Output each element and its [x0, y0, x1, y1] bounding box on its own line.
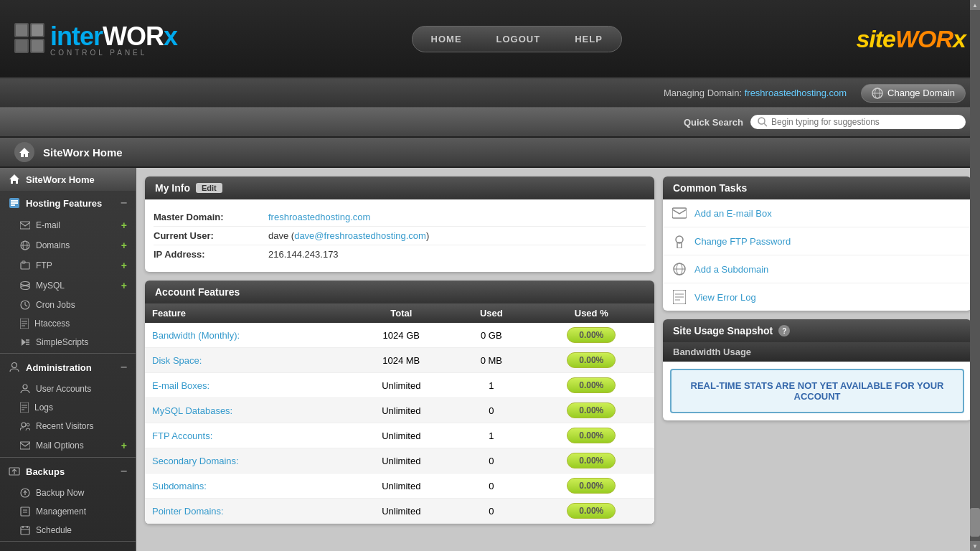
- current-user-email-link[interactable]: dave@freshroastedhosting.com: [294, 230, 426, 241]
- task-item[interactable]: Add a Subdomain: [663, 255, 971, 283]
- task-link-0[interactable]: Add an E-mail Box: [694, 208, 772, 219]
- feature-name[interactable]: MySQL Databases:: [145, 398, 348, 423]
- sidebar-cron-label: Cron Jobs: [36, 300, 75, 310]
- simplescripts-icon: [20, 337, 30, 347]
- help-nav-button[interactable]: HELP: [557, 28, 620, 50]
- sidebar-item-backup-now[interactable]: Backup Now: [0, 484, 136, 502]
- feature-name[interactable]: Pointer Domains:: [145, 499, 348, 524]
- account-features-header: Account Features: [145, 281, 654, 303]
- sidebar-item-htaccess[interactable]: Htaccess: [0, 314, 136, 333]
- feature-name[interactable]: E-mail Boxes:: [145, 373, 348, 398]
- administration-label: Administration: [26, 362, 92, 373]
- sidebar-backup-now-label: Backup Now: [36, 488, 84, 498]
- master-domain-label: Master Domain:: [154, 212, 268, 222]
- backups-collapse[interactable]: −: [121, 465, 127, 478]
- sidebar-email-label: E-mail: [36, 220, 60, 230]
- task-item[interactable]: Add an E-mail Box: [663, 199, 971, 227]
- site-usage-title: Site Usage Snapshot: [673, 325, 773, 336]
- task-link-2[interactable]: Add a Subdomain: [694, 264, 768, 275]
- task-link-1[interactable]: Change FTP Password: [694, 236, 791, 247]
- scrollbar-thumb[interactable]: [970, 508, 980, 537]
- sidebar-section-statistics[interactable]: Statistics −: [0, 543, 136, 551]
- svg-rect-6: [16, 40, 27, 52]
- svg-rect-19: [20, 222, 30, 229]
- feature-name[interactable]: Subdomains:: [145, 474, 348, 499]
- col-total: Total: [348, 303, 454, 323]
- common-tasks-panel: Common Tasks Add an E-mail Box Change FT…: [663, 176, 971, 311]
- feature-name[interactable]: Bandwidth (Monthly):: [145, 323, 348, 348]
- home-nav-button[interactable]: HOME: [414, 28, 479, 50]
- my-info-content: Master Domain: freshroastedhosting.com C…: [145, 199, 654, 272]
- bandwidth-header: Bandwidth Usage: [663, 342, 971, 362]
- svg-point-25: [21, 282, 29, 286]
- sidebar-item-simplescripts[interactable]: SimpleScripts: [0, 333, 136, 352]
- sidebar-home-label: SiteWorx Home: [26, 174, 95, 185]
- site-usage-panel: Site Usage Snapshot ? Bandwidth Usage RE…: [663, 319, 971, 420]
- my-info-title: My Info: [155, 182, 190, 194]
- logout-nav-button[interactable]: LOGOUT: [479, 28, 558, 50]
- user-accounts-icon: [20, 384, 30, 394]
- hosting-features-collapse[interactable]: −: [121, 197, 127, 209]
- sidebar-item-domains[interactable]: Domains +: [0, 235, 136, 255]
- master-domain-link[interactable]: freshroastedhosting.com: [268, 212, 370, 222]
- sidebar-item-mysql[interactable]: MySQL +: [0, 276, 136, 296]
- current-user-value: dave (dave@freshroastedhosting.com): [268, 230, 429, 241]
- feature-percent: 0.00%: [528, 499, 654, 524]
- sidebar-section-backups[interactable]: Backups −: [0, 459, 136, 484]
- sidebar-section-administration[interactable]: Administration −: [0, 355, 136, 380]
- task-item[interactable]: View Error Log: [663, 283, 971, 311]
- feature-name[interactable]: FTP Accounts:: [145, 423, 348, 448]
- sidebar-item-ftp[interactable]: FTP +: [0, 255, 136, 276]
- email-add-icon[interactable]: +: [121, 220, 127, 231]
- feature-name[interactable]: Secondary Domains:: [145, 448, 348, 474]
- table-row: Bandwidth (Monthly): 1024 GB 0 GB 0.00%: [145, 323, 654, 348]
- task-link-3[interactable]: View Error Log: [694, 292, 756, 303]
- task-item[interactable]: Change FTP Password: [663, 227, 971, 255]
- sidebar-section-hosting-features[interactable]: Hosting Features −: [0, 191, 136, 215]
- ip-row: IP Address: 216.144.243.173: [154, 245, 646, 263]
- search-bar: Quick Search: [0, 108, 980, 138]
- mail-options-add-icon[interactable]: +: [121, 440, 127, 451]
- cron-icon: [20, 300, 30, 310]
- sidebar-item-recent-visitors[interactable]: Recent Visitors: [0, 417, 136, 435]
- feature-name[interactable]: Disk Space:: [145, 348, 348, 373]
- svg-marker-13: [19, 148, 29, 157]
- hosting-features-icon: [9, 197, 20, 209]
- feature-percent: 0.00%: [528, 423, 654, 448]
- svg-line-12: [764, 123, 767, 126]
- page-scrollbar[interactable]: ▲ ▼: [970, 0, 980, 551]
- sidebar-item-mail-options[interactable]: Mail Options +: [0, 435, 136, 456]
- siteworx-logo: siteWORx: [856, 25, 966, 53]
- managing-domain-link[interactable]: freshroastedhosting.com: [745, 88, 847, 98]
- svg-point-41: [23, 385, 27, 389]
- current-user-row: Current User: dave (dave@freshroastedhos…: [154, 227, 646, 245]
- logs-icon: [20, 402, 29, 413]
- sidebar-item-management[interactable]: Management: [0, 502, 136, 521]
- sidebar-item-user-accounts[interactable]: User Accounts: [0, 380, 136, 398]
- ftp-add-icon[interactable]: +: [121, 260, 127, 271]
- edit-button[interactable]: Edit: [196, 183, 222, 193]
- mysql-add-icon[interactable]: +: [121, 280, 127, 291]
- sidebar-item-cron-jobs[interactable]: Cron Jobs: [0, 296, 136, 314]
- svg-rect-18: [11, 204, 15, 206]
- search-input[interactable]: [771, 117, 958, 127]
- table-row: E-mail Boxes: Unlimited 1 0.00%: [145, 373, 654, 398]
- change-domain-button[interactable]: Change Domain: [861, 84, 966, 103]
- scroll-up-button[interactable]: ▲: [970, 0, 980, 10]
- table-row: FTP Accounts: Unlimited 1 0.00%: [145, 423, 654, 448]
- scroll-down-button[interactable]: ▼: [970, 541, 980, 551]
- help-icon[interactable]: ?: [778, 325, 790, 336]
- domains-add-icon[interactable]: +: [121, 240, 127, 251]
- sidebar-item-logs[interactable]: Logs: [0, 398, 136, 417]
- administration-collapse[interactable]: −: [121, 361, 127, 374]
- sidebar-item-siteworx-home[interactable]: SiteWorx Home: [0, 168, 136, 191]
- sidebar-item-email[interactable]: E-mail +: [0, 215, 136, 235]
- svg-rect-16: [11, 200, 18, 202]
- account-features-panel: Account Features Feature Total Used Used…: [145, 281, 654, 524]
- main-layout: SiteWorx Home Hosting Features −: [0, 168, 980, 551]
- sidebar-item-schedule[interactable]: Schedule: [0, 521, 136, 540]
- my-info-header: My Info Edit: [145, 176, 654, 199]
- sidebar-logs-label: Logs: [34, 402, 53, 413]
- svg-line-31: [25, 305, 27, 306]
- svg-point-40: [12, 363, 17, 368]
